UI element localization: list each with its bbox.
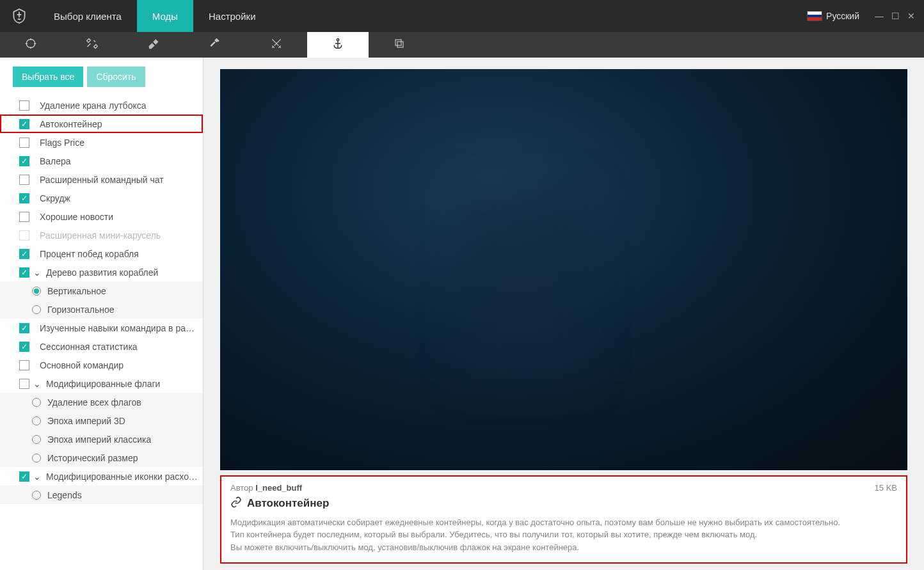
- language-label: Русский: [826, 11, 859, 21]
- maximize-button[interactable]: ☐: [891, 11, 900, 21]
- svg-point-0: [26, 39, 35, 47]
- mod-option[interactable]: Исторический размер: [0, 448, 203, 467]
- chevron-down-icon[interactable]: ⌄: [33, 379, 42, 389]
- chevron-down-icon[interactable]: ⌄: [33, 267, 42, 278]
- category-tabbar: [0, 32, 924, 58]
- checkbox[interactable]: [19, 156, 29, 166]
- checkbox[interactable]: [19, 323, 29, 333]
- mod-item[interactable]: Скрудж: [0, 189, 203, 207]
- app-logo: [0, 0, 38, 32]
- nav-моды[interactable]: Моды: [137, 0, 193, 32]
- mod-label: Сессионная статистика: [40, 342, 138, 352]
- mod-label: Legends: [47, 490, 82, 500]
- checkbox[interactable]: [19, 267, 29, 278]
- select-all-button[interactable]: Выбрать все: [13, 67, 83, 87]
- mod-item[interactable]: ⌄Дерево развития кораблей: [0, 263, 203, 281]
- anchor-icon: [331, 37, 344, 52]
- checkbox[interactable]: [19, 193, 29, 203]
- tab-crosshair[interactable]: [0, 32, 61, 58]
- radio[interactable]: [32, 416, 41, 425]
- mod-list[interactable]: Удаление крана лутбоксаАвтоконтейнерFlag…: [0, 96, 203, 558]
- reset-button[interactable]: Сбросить: [87, 67, 145, 87]
- checkbox[interactable]: [19, 249, 29, 259]
- checkbox[interactable]: [19, 471, 29, 482]
- radio[interactable]: [32, 454, 41, 463]
- mod-preview-image: [220, 69, 907, 470]
- mod-size: 15 KB: [875, 483, 897, 493]
- mod-item[interactable]: Валера: [0, 152, 203, 170]
- tab-swords[interactable]: [246, 32, 307, 58]
- mod-label: Расширенная мини-карусель: [40, 230, 161, 241]
- tab-hammer[interactable]: [184, 32, 246, 58]
- checkbox[interactable]: [19, 119, 29, 129]
- content-area: Автор I_need_buff 15 KB Автоконтейнер Мо…: [203, 58, 924, 570]
- checkbox[interactable]: [19, 100, 29, 111]
- mod-label: Процент побед корабля: [40, 249, 139, 259]
- svg-rect-3: [395, 40, 401, 45]
- checkbox[interactable]: [19, 230, 29, 241]
- mod-option[interactable]: Горизонтальное: [0, 300, 203, 319]
- mod-item[interactable]: Процент побед корабля: [0, 244, 203, 263]
- checkbox[interactable]: [19, 360, 29, 370]
- mod-label: Расширенный командный чат: [40, 175, 164, 185]
- tab-eraser[interactable]: [123, 32, 184, 58]
- checkbox[interactable]: [19, 379, 29, 389]
- radio[interactable]: [32, 287, 41, 296]
- mod-option[interactable]: Эпоха империй 3D: [0, 411, 203, 430]
- eraser-icon: [147, 37, 160, 52]
- nav-настройки[interactable]: Настройки: [193, 0, 271, 32]
- mod-label: Дерево развития кораблей: [46, 267, 158, 278]
- mod-label: Вертикальное: [47, 286, 106, 296]
- mod-item[interactable]: Удаление крана лутбокса: [0, 96, 203, 115]
- close-button[interactable]: ✕: [907, 11, 915, 21]
- minimize-button[interactable]: —: [875, 11, 884, 21]
- checkbox[interactable]: [19, 175, 29, 185]
- chevron-down-icon[interactable]: ⌄: [33, 471, 42, 482]
- mod-option[interactable]: Legends: [0, 486, 203, 504]
- radio[interactable]: [32, 305, 41, 314]
- checkbox[interactable]: [19, 138, 29, 148]
- checkbox[interactable]: [19, 342, 29, 352]
- mod-label: Валера: [40, 156, 71, 166]
- hammer-icon: [209, 37, 221, 52]
- mod-option[interactable]: Вертикальное: [0, 281, 203, 300]
- radio[interactable]: [32, 491, 41, 500]
- mod-label: Эпоха империй классика: [47, 434, 151, 445]
- mod-label: Горизонтальное: [47, 305, 115, 315]
- tab-anchor[interactable]: [307, 32, 369, 58]
- tools-icon: [86, 37, 99, 52]
- svg-point-1: [337, 39, 339, 41]
- mod-option[interactable]: Удаление всех флагов: [0, 393, 203, 411]
- swords-icon: [270, 37, 283, 52]
- mod-item[interactable]: Сессионная статистика: [0, 337, 203, 356]
- tab-copy[interactable]: [369, 32, 430, 58]
- mod-item[interactable]: Изученные навыки командира в ранговых бо…: [0, 319, 203, 337]
- nav-выбор клиента[interactable]: Выбор клиента: [38, 0, 137, 32]
- tab-tools[interactable]: [61, 32, 123, 58]
- mod-label: Скрудж: [40, 193, 70, 203]
- radio[interactable]: [32, 435, 41, 444]
- flag-icon: [807, 11, 822, 21]
- mod-option[interactable]: Эпоха империй классика: [0, 430, 203, 448]
- mod-item[interactable]: ⌄Модифицированные флаги: [0, 374, 203, 393]
- mod-label: Эпоха империй 3D: [47, 416, 125, 426]
- crosshair-icon: [24, 37, 37, 52]
- mod-description: Модификация автоматически собирает ежедн…: [230, 516, 897, 554]
- horizontal-scrollbar[interactable]: [0, 558, 203, 570]
- mod-item[interactable]: ⌄Модифицированные иконки расходников: [0, 467, 203, 486]
- svg-rect-2: [397, 42, 403, 47]
- mod-label: Изученные навыки командира в ранговых бо…: [40, 323, 198, 333]
- language-selector[interactable]: Русский: [801, 0, 866, 32]
- mod-item[interactable]: Основной командир: [0, 356, 203, 374]
- mod-item[interactable]: Хорошие новости: [0, 207, 203, 226]
- radio[interactable]: [32, 398, 41, 407]
- author-name: I_need_buff: [255, 483, 302, 493]
- checkbox[interactable]: [19, 212, 29, 222]
- mod-item[interactable]: Расширенный командный чат: [0, 170, 203, 189]
- mod-label: Хорошие новости: [40, 212, 113, 222]
- mod-sidebar: Выбрать все Сбросить Удаление крана лутб…: [0, 58, 203, 570]
- mod-label: Модифицированные иконки расходников: [46, 471, 198, 482]
- mod-item[interactable]: Flags Price: [0, 133, 203, 152]
- mod-item[interactable]: Автоконтейнер: [0, 115, 203, 133]
- mod-item[interactable]: Расширенная мини-карусель: [0, 226, 203, 244]
